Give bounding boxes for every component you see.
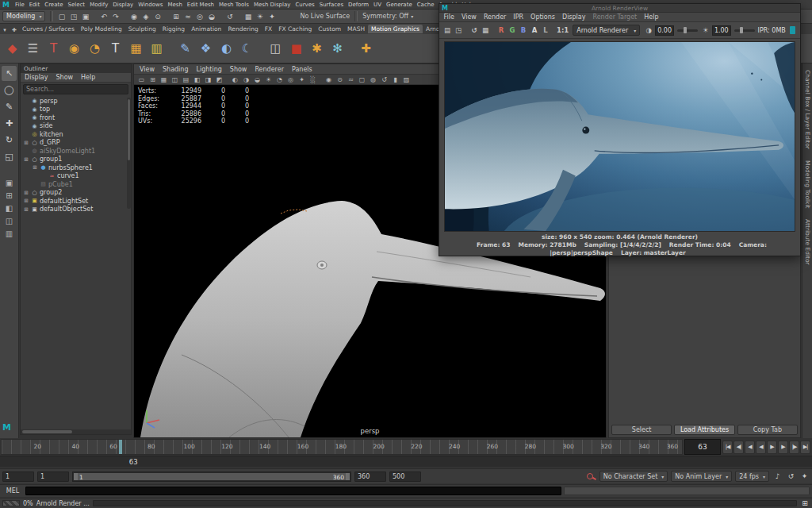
refresh-render-button[interactable]: ↺ — [469, 25, 479, 36]
viewport-menu-item[interactable]: Lighting — [192, 66, 225, 73]
play-backwards-button[interactable]: ◀ — [756, 441, 766, 454]
shelf-menu-icon[interactable]: ▾ — [0, 25, 10, 34]
outliner-menu-item[interactable]: Help — [77, 74, 99, 81]
vp-shaded-icon[interactable]: ◑ — [241, 75, 251, 84]
vp-safe-action-icon[interactable]: ◨ — [203, 75, 213, 84]
window-title-bar[interactable]: M Arnold RenderView — [439, 4, 800, 13]
outliner-item[interactable]: ⊞ ○ d_GRP — [21, 139, 131, 148]
render-image[interactable] — [444, 41, 795, 232]
select-mask-component-icon[interactable]: ⊙ — [151, 10, 163, 22]
menu-item[interactable]: Create — [42, 2, 65, 8]
cloth-icon[interactable]: ■ — [286, 39, 306, 59]
step-back-key-button[interactable]: ◀| — [733, 441, 744, 454]
layout-single-pane[interactable]: ▣ — [2, 177, 16, 188]
shelf-tab[interactable]: FX Caching — [275, 25, 315, 33]
playback-start-field[interactable]: 1 — [37, 471, 69, 482]
shelf-tab[interactable]: Animation — [188, 25, 224, 33]
playback-end-field[interactable]: 360 — [354, 471, 386, 482]
menu-item[interactable]: Deform — [346, 2, 371, 8]
vp-shadows-icon[interactable]: ◔ — [274, 75, 285, 84]
outliner-item[interactable]: ⊞ ● nurbsSphere1 — [21, 164, 131, 172]
outliner-item[interactable]: ◉ side — [21, 122, 131, 131]
go-to-end-button[interactable]: ▶| — [800, 441, 810, 454]
outliner-item[interactable]: ⊞ ▣ defaultObjectSet — [21, 206, 131, 214]
channel-blue-button[interactable]: B — [519, 25, 528, 36]
outliner-vscrollbar[interactable] — [127, 98, 131, 209]
fps-dropdown[interactable]: 24 fps ▾ — [735, 471, 769, 482]
grid-icon[interactable]: ⊞ — [800, 499, 810, 507]
snap-to-point-icon[interactable]: ◎ — [193, 10, 205, 22]
expand-icon[interactable]: ⊞ — [23, 156, 29, 163]
tab-channel-box-layer-editor[interactable]: Channel Box / Layer Editor — [804, 70, 811, 149]
zoom-one-to-one-button[interactable]: 1:1 — [557, 25, 569, 36]
menu-item[interactable]: Generate — [384, 2, 415, 8]
make-live-icon[interactable]: ◒ — [205, 10, 217, 22]
paint-select-tool[interactable]: ✎ — [2, 99, 17, 114]
animation-start-field[interactable]: 1 — [2, 471, 34, 482]
shelf-tab[interactable]: FX — [262, 25, 275, 33]
save-image-button[interactable]: ▤ — [442, 25, 452, 36]
viewport-menu-item[interactable]: Panels — [288, 66, 316, 73]
menu-item[interactable]: Windows — [136, 2, 165, 8]
expand-icon[interactable]: ⊞ — [32, 164, 38, 171]
step-back-frame-button[interactable]: ◀ — [745, 441, 755, 454]
move-tool[interactable]: ✚ — [2, 116, 17, 131]
command-input[interactable] — [25, 487, 561, 495]
character-icon[interactable]: ◫ — [266, 39, 285, 59]
menu-item[interactable]: Mesh Display — [251, 2, 293, 8]
vp-antialiasing-icon[interactable]: ✦ — [297, 75, 307, 84]
expand-icon[interactable]: ⊞ — [23, 198, 29, 204]
symmetry-dropdown[interactable]: Symmetry: Off — [362, 13, 408, 20]
sound-icon[interactable]: ♪ — [772, 471, 783, 482]
shelf-tab[interactable]: Poly Modeling — [78, 25, 125, 33]
outliner-item[interactable]: ⊞ ▣ defaultLightSet — [21, 197, 131, 206]
fire-effect-icon[interactable]: ✱ — [307, 39, 327, 59]
timeline-ruler[interactable]: 2040608010012014016018020022024026028030… — [1, 439, 683, 455]
vp-texture-icon[interactable]: ◍ — [368, 75, 378, 84]
menu-item[interactable]: Mesh Tools — [216, 2, 251, 8]
new-scene-icon[interactable]: ▢ — [56, 10, 67, 22]
channel-red-button[interactable]: R — [496, 25, 506, 36]
load-attributes-button[interactable]: Load Attributes — [674, 425, 734, 435]
vp-separator-icon[interactable]: ▮ — [390, 75, 400, 84]
playhead[interactable] — [119, 440, 122, 454]
current-frame-field[interactable]: 63 — [684, 439, 721, 455]
vp-xray-icon[interactable]: ▨ — [401, 75, 412, 84]
undo-icon[interactable]: ↶ — [98, 10, 109, 22]
outliner-item[interactable]: ⊞ ○ group2 — [21, 189, 131, 198]
layout-persp-outliner[interactable]: ◫ — [2, 215, 16, 226]
text-tool-icon[interactable]: T — [105, 39, 125, 59]
tab-attribute-editor[interactable]: Attribute Editor — [804, 219, 811, 265]
shelf-tab[interactable]: Rendering — [224, 25, 261, 33]
shelf-tab[interactable]: Rigging — [159, 25, 188, 33]
select-mask-object-icon[interactable]: ◈ — [140, 10, 151, 22]
vp-film-gate-icon[interactable]: ▦ — [159, 75, 169, 84]
vp-ssao-icon[interactable]: ◎ — [285, 75, 296, 84]
lasso-tool[interactable]: ◯ — [2, 83, 17, 98]
vp-textured-icon[interactable]: ◒ — [252, 75, 262, 84]
tab-modeling-toolkit[interactable]: Modeling Toolkit — [804, 160, 811, 208]
render-view-menu-item[interactable]: Options — [527, 13, 559, 21]
renderer-dropdown[interactable]: Arnold Renderer ▾ — [573, 25, 640, 36]
outliner-item[interactable]: ◍ aiSkyDomeLight1 — [21, 147, 131, 156]
command-language-toggle[interactable]: MEL — [2, 487, 23, 495]
viewport-menu-item[interactable]: View — [136, 66, 159, 73]
step-forward-frame-button[interactable]: ▶ — [778, 441, 788, 454]
animation-preferences-icon[interactable]: ✦ — [799, 471, 810, 482]
vp-fog-icon[interactable]: ░ — [308, 75, 318, 84]
vp-gate-mask-icon[interactable]: ▤ — [181, 75, 191, 84]
gain-field[interactable]: 0.00 — [655, 25, 674, 36]
vp-safe-title-icon[interactable]: ◩ — [214, 75, 224, 84]
menu-item[interactable]: Cache — [415, 2, 437, 8]
type-tool-icon[interactable]: T — [44, 39, 63, 59]
select-mask-hierarchy-icon[interactable]: ◉ — [128, 10, 140, 22]
snowflake-effect-icon[interactable]: ✻ — [327, 39, 347, 59]
go-to-start-button[interactable]: |◀ — [722, 441, 733, 454]
channel-green-button[interactable]: G — [508, 25, 517, 36]
open-image-button[interactable]: ◳ — [454, 25, 463, 36]
snap-to-curve-icon[interactable]: ≈ — [182, 10, 193, 22]
play-forwards-button[interactable]: ▶ — [767, 441, 777, 454]
viewport-menu-item[interactable]: Renderer — [251, 66, 288, 73]
shelf-tab[interactable]: Sculpting — [125, 25, 159, 33]
channel-alpha-button[interactable]: A — [530, 25, 539, 36]
